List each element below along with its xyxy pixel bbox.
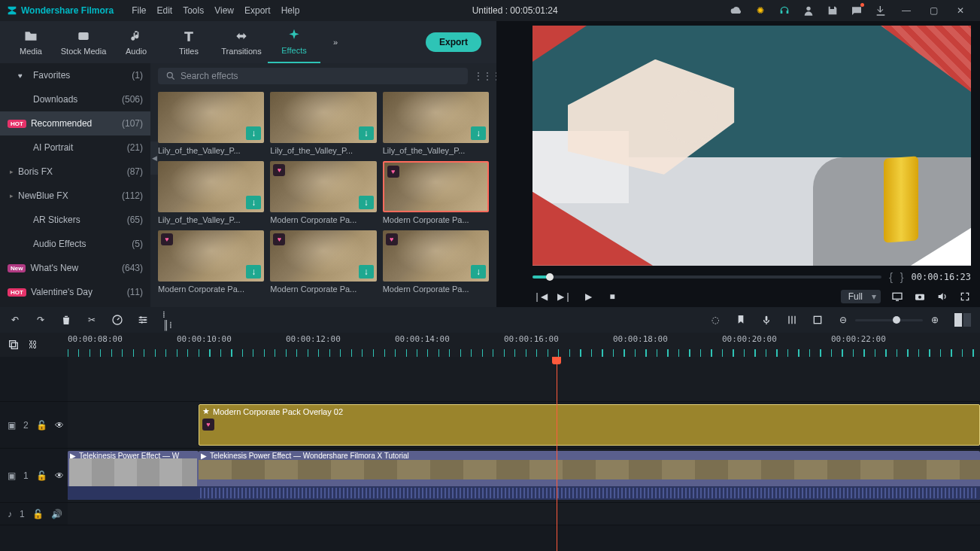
timeline-ruler[interactable]: 00:00:08:0000:00:10:0000:00:12:0000:00:1… xyxy=(68,333,980,357)
export-button[interactable]: Export xyxy=(426,32,481,52)
undo-button[interactable]: ↶ xyxy=(9,314,21,326)
redo-button[interactable]: ↷ xyxy=(35,314,47,326)
tab-effects[interactable]: Effects xyxy=(268,21,320,63)
snapshot-icon[interactable] xyxy=(914,291,926,303)
effect-item[interactable]: ♥↓Modern Corporate Pa... xyxy=(270,230,376,294)
volume-icon[interactable] xyxy=(936,291,948,303)
download-icon[interactable]: ↓ xyxy=(246,126,261,140)
sidebar-item-arstickers[interactable]: AR Stickers(65) xyxy=(0,208,150,232)
mark-in-icon[interactable]: { xyxy=(889,271,893,283)
display-icon[interactable] xyxy=(891,291,903,303)
seek-knob[interactable] xyxy=(546,273,554,281)
download-icon[interactable] xyxy=(875,5,887,17)
support-icon[interactable] xyxy=(778,5,790,17)
minimize-button[interactable]: — xyxy=(893,5,920,16)
sidebar-item-valentines[interactable]: HOTValentine's Day(11) xyxy=(0,280,150,304)
sidebar-collapse-handle[interactable]: ◀ xyxy=(150,142,158,175)
effect-item[interactable]: ↓Lily_of_the_Valley_P... xyxy=(383,92,489,155)
sidebar-item-whatsnew[interactable]: NewWhat's New(643) xyxy=(0,256,150,280)
mixer-button[interactable] xyxy=(786,314,798,326)
speaker-icon[interactable]: 🔊 xyxy=(51,508,62,520)
effect-thumbnail[interactable]: ♥↓ xyxy=(158,230,264,282)
effect-item[interactable]: ♥↓Modern Corporate Pa... xyxy=(158,230,264,294)
effect-item[interactable]: ♥↓Modern Corporate Pa... xyxy=(383,230,489,294)
tab-titles[interactable]: Titles xyxy=(162,21,215,63)
tab-transitions[interactable]: Transitions xyxy=(215,21,268,63)
next-frame-button[interactable]: ▶❘ xyxy=(558,291,570,303)
download-icon[interactable]: ↓ xyxy=(246,196,261,209)
sidebar-item-newblue[interactable]: ▸NewBlue FX(112) xyxy=(0,184,150,208)
sidebar-item-audioeffects[interactable]: Audio Effects(5) xyxy=(0,232,150,256)
effect-thumbnail[interactable]: ♥ xyxy=(383,161,489,212)
download-icon[interactable]: ↓ xyxy=(246,265,261,279)
fullscreen-icon[interactable] xyxy=(959,291,971,303)
tab-stock[interactable]: Stock Media xyxy=(57,21,110,63)
view-grid-icon[interactable]: ⋮⋮⋮ xyxy=(474,71,489,81)
preview-canvas[interactable] xyxy=(532,26,971,266)
menu-file[interactable]: File xyxy=(132,5,146,16)
menu-view[interactable]: View xyxy=(214,5,234,16)
effect-item[interactable]: ↓Lily_of_the_Valley_P... xyxy=(270,92,376,155)
lock-icon[interactable]: 🔓 xyxy=(32,508,44,520)
timeline-view-toggle[interactable] xyxy=(954,313,971,327)
menu-help[interactable]: Help xyxy=(281,5,300,16)
download-icon[interactable]: ↓ xyxy=(359,126,374,140)
play-button[interactable]: ▶ xyxy=(582,291,594,303)
tab-media[interactable]: Media xyxy=(5,21,57,63)
tab-more[interactable]: » xyxy=(320,21,350,63)
download-icon[interactable]: ↓ xyxy=(471,265,486,279)
download-icon[interactable]: ↓ xyxy=(359,196,374,209)
effect-item[interactable]: ♥Modern Corporate Pa... xyxy=(383,161,489,224)
sidebar-item-borisfx[interactable]: ▸Boris FX(87) xyxy=(0,160,150,184)
sidebar-item-downloads[interactable]: Downloads(506) xyxy=(0,87,150,111)
effect-item[interactable]: ↓Lily_of_the_Valley_P... xyxy=(158,161,264,224)
clip-overlay[interactable]: ★Modern Corporate Pack Overlay 02 ♥ xyxy=(199,404,980,446)
save-icon[interactable] xyxy=(827,5,839,17)
adjust-button[interactable] xyxy=(137,314,149,326)
effect-thumbnail[interactable]: ↓ xyxy=(270,92,376,143)
sidebar-item-favorites[interactable]: ♥Favorites(1) xyxy=(0,63,150,87)
render-button[interactable]: ◌ xyxy=(709,314,721,326)
sidebar-item-recommended[interactable]: HOTRecommended(107) xyxy=(0,111,150,135)
zoom-in-button[interactable]: ⊕ xyxy=(929,314,941,326)
effect-item[interactable]: ↓Lily_of_the_Valley_P... xyxy=(158,92,264,155)
message-icon[interactable] xyxy=(851,5,863,17)
crop-button[interactable] xyxy=(812,314,824,326)
cloud-icon[interactable] xyxy=(730,5,742,17)
tip-icon[interactable]: ✺ xyxy=(754,5,766,17)
download-icon[interactable]: ↓ xyxy=(359,265,374,279)
effect-thumbnail[interactable]: ↓ xyxy=(158,161,264,212)
seek-slider[interactable] xyxy=(532,276,881,279)
quality-select[interactable]: Full xyxy=(841,290,881,303)
marker-button[interactable] xyxy=(735,314,747,326)
zoom-slider[interactable] xyxy=(855,319,923,321)
playhead[interactable] xyxy=(557,357,557,551)
clip-video-b[interactable]: << Slow 0.50x ▼ ▶Telekinesis Power Effec… xyxy=(199,451,980,500)
effect-thumbnail[interactable]: ♥↓ xyxy=(270,230,376,282)
close-button[interactable]: ✕ xyxy=(947,5,974,16)
lock-icon[interactable]: 🔓 xyxy=(36,470,47,482)
clip-video-a[interactable]: ▶Telekinesis Power Effect — W xyxy=(68,451,199,500)
speed-button[interactable] xyxy=(111,314,123,326)
duplicate-track-icon[interactable] xyxy=(8,339,20,351)
menu-edit[interactable]: Edit xyxy=(156,5,172,16)
audio-wave-button[interactable]: ⁞║⁞ xyxy=(162,314,174,326)
menu-tools[interactable]: Tools xyxy=(183,5,204,16)
sidebar-item-ai-portrait[interactable]: AI Portrait(21) xyxy=(0,135,150,160)
search-input[interactable]: Search effects xyxy=(158,68,468,84)
tab-audio[interactable]: Audio xyxy=(110,21,162,63)
prev-frame-button[interactable]: ❘◀ xyxy=(534,291,546,303)
eye-icon[interactable]: 👁 xyxy=(55,470,64,482)
effect-thumbnail[interactable]: ↓ xyxy=(383,92,489,143)
effect-thumbnail[interactable]: ♥↓ xyxy=(383,230,489,282)
link-icon[interactable]: ⛓ xyxy=(27,339,39,351)
zoom-out-button[interactable]: ⊖ xyxy=(837,314,849,326)
effect-thumbnail[interactable]: ♥↓ xyxy=(270,161,376,212)
eye-icon[interactable]: 👁 xyxy=(55,419,64,431)
zoom-knob[interactable] xyxy=(893,316,900,324)
effect-thumbnail[interactable]: ↓ xyxy=(158,92,264,143)
account-icon[interactable] xyxy=(803,5,815,17)
delete-button[interactable] xyxy=(60,314,72,326)
menu-export[interactable]: Export xyxy=(244,5,271,16)
stop-button[interactable]: ■ xyxy=(606,291,618,303)
